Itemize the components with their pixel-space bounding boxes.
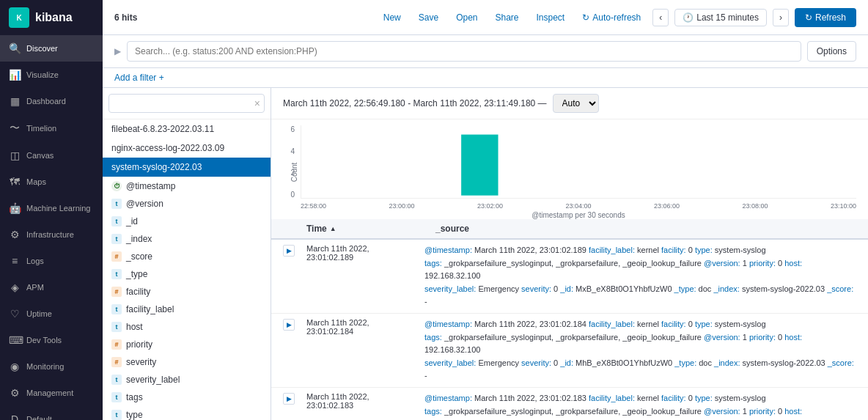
x-label-6: 23:04:00 [565, 202, 591, 210]
sidebar-label-dashboard: Dashboard [26, 97, 66, 106]
sidebar-label-timelion: Timelion [26, 124, 56, 133]
time-prev-button[interactable]: ‹ [652, 9, 669, 26]
time-range-display: March 11th 2022, 22:56:49.180 - March 11… [283, 98, 547, 108]
add-filter-button[interactable]: Add a filter + [114, 73, 164, 83]
share-button[interactable]: Share [489, 10, 524, 26]
dashboard-icon: ▦ [9, 95, 21, 107]
content-area: × filebeat-6.8.23-2022.03.11nginx-access… [103, 88, 868, 420]
field-name-_score: _score [126, 251, 152, 262]
sidebar-item-logs[interactable]: ≡Logs [0, 248, 103, 274]
field-badge-host: t [111, 322, 122, 332]
topbar: 6 hits New Save Open Share Inspect ↻ Aut… [103, 0, 868, 35]
hits-count: 6 hits [114, 12, 137, 23]
x-axis-labels: 22:58:0023:00:0023:02:0023:04:0023:06:00… [301, 202, 856, 210]
sidebar-item-timelion[interactable]: 〜Timelion [0, 114, 103, 142]
new-button[interactable]: New [378, 10, 407, 26]
sidebar-item-ml[interactable]: 🤖Machine Learning [0, 195, 103, 221]
results-header: Time ▲ _source [271, 219, 868, 240]
refresh-label: Refresh [815, 12, 846, 23]
sidebar-item-apm[interactable]: ◈APM [0, 274, 103, 301]
source-line: severity_label: Emergency severity: 0 _i… [424, 357, 856, 383]
sidebar-item-maps[interactable]: 🗺Maps [0, 169, 103, 195]
options-button[interactable]: Options [807, 41, 856, 62]
field-name-type: type [126, 410, 143, 420]
field-item-@version[interactable]: t@version [103, 195, 271, 213]
time-range-button[interactable]: 🕐 Last 15 minutes [674, 9, 767, 26]
sidebar-item-monitoring[interactable]: ◉Monitoring [0, 353, 103, 380]
inspect-button[interactable]: Inspect [531, 10, 571, 26]
topbar-actions: New Save Open Share Inspect ↻ Auto-refre… [378, 8, 856, 27]
sidebar-label-logs: Logs [26, 257, 44, 265]
sidebar-item-management[interactable]: ⚙Management [0, 380, 103, 406]
sidebar-item-infrastructure[interactable]: ⚙Infrastructure [0, 221, 103, 248]
index-item[interactable]: system-syslog-2022.03 [103, 158, 271, 177]
sidebar-item-visualize[interactable]: 📊Visualize [0, 62, 103, 88]
infrastructure-icon: ⚙ [9, 229, 21, 240]
field-item-tags[interactable]: ttags [103, 388, 271, 406]
field-badge-@timestamp: ⏱ [111, 181, 122, 191]
results-panel: March 11th 2022, 22:56:49.180 - March 11… [271, 88, 868, 420]
refresh-button[interactable]: ↻ Refresh [795, 8, 856, 27]
index-item[interactable]: nginx-access-log-2022.03.09 [103, 139, 271, 158]
row-source-0: @timestamp: March 11th 2022, 23:01:02.18… [424, 244, 856, 309]
field-badge-facility_label: t [111, 304, 122, 314]
save-button[interactable]: Save [413, 10, 444, 26]
x-label-2: 23:00:00 [389, 202, 414, 210]
field-name-facility: facility [126, 287, 150, 297]
app-logo: K kibana [0, 0, 103, 35]
expand-row-2[interactable]: ▶ [283, 393, 295, 405]
open-button[interactable]: Open [450, 10, 483, 26]
y-label-0: 0 [283, 191, 295, 199]
sidebar-item-uptime[interactable]: ♡Uptime [0, 301, 103, 327]
table-row: ▶March 11th 2022, 23:01:02.189@timestamp… [271, 240, 868, 314]
sidebar-label-canvas: Canvas [26, 151, 54, 160]
field-item-@timestamp[interactable]: ⏱@timestamp [103, 177, 271, 195]
expand-col-header [283, 224, 295, 234]
fields-search-area: × [103, 88, 271, 119]
field-item-facility[interactable]: #facility [103, 283, 271, 301]
search-bar: ▶ Options [103, 35, 868, 68]
expand-row-0[interactable]: ▶ [283, 245, 295, 257]
ml-icon: 🤖 [9, 202, 21, 214]
sidebar-item-canvas[interactable]: ◫Canvas [0, 142, 103, 169]
sidebar-item-default[interactable]: DDefault [0, 406, 103, 420]
field-item-_id[interactable]: t_id [103, 213, 271, 230]
maps-icon: 🗺 [9, 176, 21, 188]
search-input[interactable] [127, 41, 801, 62]
expand-row-1[interactable]: ▶ [283, 319, 295, 331]
field-item-severity[interactable]: #severity [103, 353, 271, 371]
time-bar: March 11th 2022, 22:56:49.180 - March 11… [271, 88, 868, 119]
fields-search-input[interactable] [108, 94, 265, 113]
field-name-@timestamp: @timestamp [126, 181, 176, 191]
sidebar-item-discover[interactable]: 🔍Discover [0, 35, 103, 62]
field-name-severity: severity [126, 357, 156, 367]
y-label-4: 4 [283, 147, 295, 155]
time-next-button[interactable]: › [773, 9, 789, 26]
auto-select[interactable]: Auto [553, 94, 599, 113]
field-item-severity_label[interactable]: tseverity_label [103, 371, 271, 388]
apm-icon: ◈ [9, 281, 21, 293]
refresh-icon: ↻ [805, 12, 812, 23]
index-item[interactable]: filebeat-6.8.23-2022.03.11 [103, 119, 271, 139]
source-line: tags: _grokparsefailure_sysloginput, _gr… [424, 331, 856, 357]
source-line: @timestamp: March 11th 2022, 23:01:02.18… [424, 318, 856, 331]
auto-refresh-button[interactable]: ↻ Auto-refresh [576, 10, 647, 26]
bar-4 [461, 135, 498, 196]
sidebar-item-dashboard[interactable]: ▦Dashboard [0, 88, 103, 114]
row-source-1: @timestamp: March 11th 2022, 23:01:02.18… [424, 318, 856, 383]
field-item-host[interactable]: thost [103, 318, 271, 336]
chart-wrapper: 6 4 2 0 Count 22:58:0023:00:0023:02:0023… [283, 125, 856, 219]
field-item-facility_label[interactable]: tfacility_label [103, 301, 271, 318]
field-item-priority[interactable]: #priority [103, 336, 271, 353]
fields-search-clear-icon[interactable]: × [254, 97, 260, 109]
field-badge-_id: t [111, 216, 122, 226]
source-line: severity_label: Emergency severity: 0 _i… [424, 283, 856, 309]
logs-icon: ≡ [9, 255, 21, 267]
sidebar-item-devtools[interactable]: ⌨Dev Tools [0, 327, 103, 353]
field-name-facility_label: facility_label [126, 304, 174, 314]
field-item-_index[interactable]: t_index [103, 230, 271, 248]
field-badge-severity: # [111, 357, 122, 367]
field-item-_type[interactable]: t_type [103, 265, 271, 283]
field-item-type[interactable]: ttype [103, 406, 271, 420]
field-item-_score[interactable]: #_score [103, 248, 271, 265]
